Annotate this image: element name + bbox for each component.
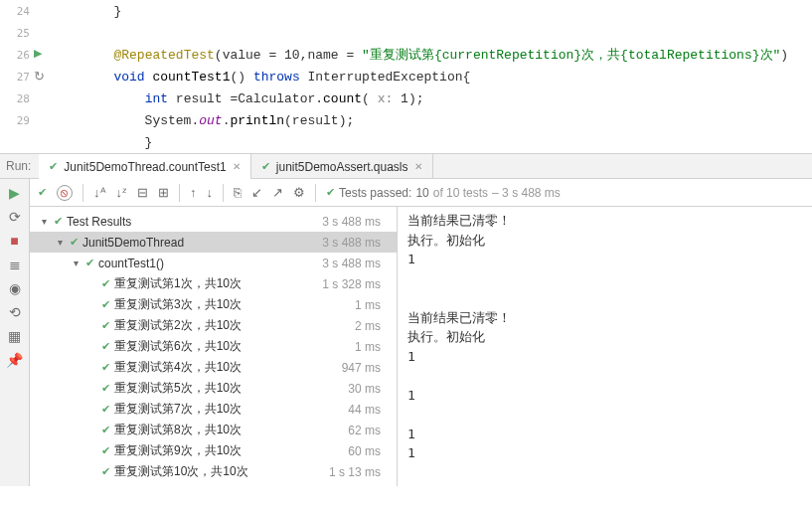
tab-label: Junit5DemoThread.countTest1: [64, 160, 226, 174]
tree-time: 44 ms: [348, 403, 389, 417]
code-line[interactable]: 26 @RepeatedTest(value = 10,name = "重复测试…: [0, 44, 812, 66]
stop-button[interactable]: ■: [10, 233, 18, 249]
run-panel-body: ▶ ⟳ ■ ≣ ◉ ⟲ ▦ 📌 ✔ ⊘ ↓ᴬ ↓ᶻ ⊟ ⊞ ↑ ↓ ⎘ ↙ ↗ …: [0, 179, 812, 486]
twisty-icon[interactable]: ▾: [58, 237, 70, 248]
tree-time: 60 ms: [348, 444, 389, 458]
settings-icon[interactable]: ⚙: [293, 185, 305, 200]
tree-label: 重复测试第2次，共10次: [114, 317, 355, 334]
tab-pass-icon: ✔: [261, 160, 270, 173]
gutter-recycle-icon[interactable]: ↻: [34, 69, 45, 84]
tree-label: 重复测试第5次，共10次: [114, 380, 348, 397]
separator: [315, 184, 316, 202]
tree-label: 重复测试第4次，共10次: [114, 359, 342, 376]
tree-time: 30 ms: [348, 382, 389, 396]
line-number: 27: [0, 71, 32, 84]
code-line[interactable]: 27 void countTest1() throws InterruptedE…: [0, 66, 812, 87]
tree-row[interactable]: ✔重复测试第9次，共10次60 ms: [30, 440, 397, 461]
tree-row[interactable]: ✔重复测试第2次，共10次2 ms: [30, 315, 397, 336]
tree-row[interactable]: ✔重复测试第4次，共10次947 ms: [30, 357, 397, 378]
pass-filter-icon[interactable]: ✔: [38, 186, 47, 199]
tree-row[interactable]: ✔重复测试第6次，共10次1 ms: [30, 336, 397, 357]
tree-row[interactable]: ✔重复测试第3次，共10次1 ms: [30, 294, 397, 315]
collapse-icon[interactable]: ⊟: [137, 185, 148, 200]
status-time: – 3 s 488 ms: [492, 186, 561, 200]
pass-icon: ✔: [101, 340, 110, 353]
open-icon[interactable]: ↗: [272, 185, 283, 200]
tree-row[interactable]: ✔重复测试第8次，共10次62 ms: [30, 420, 397, 440]
code-text: }: [52, 4, 121, 19]
tree-row[interactable]: ▾✔Test Results3 s 488 ms: [30, 211, 397, 232]
tree-row[interactable]: ▾✔countTest1()3 s 488 ms: [30, 253, 397, 273]
tree-label: 重复测试第6次，共10次: [114, 338, 355, 355]
code-text: void countTest1() throws InterruptedExce…: [52, 70, 470, 85]
gutter-run-icon[interactable]: ▶: [34, 47, 42, 60]
code-line[interactable]: 24 }: [0, 0, 812, 22]
tab-label: junit5DemoAssert.quasls: [276, 160, 408, 174]
line-number: 24: [0, 5, 32, 18]
test-tree[interactable]: ▾✔Test Results3 s 488 ms▾✔Junit5DemoThre…: [30, 207, 398, 486]
tree-label: countTest1(): [98, 257, 322, 270]
tree-row[interactable]: ✔重复测试第1次，共10次1 s 328 ms: [30, 273, 397, 294]
code-text: }: [52, 135, 152, 150]
run-button[interactable]: ▶: [9, 185, 20, 201]
code-editor[interactable]: ▶ ↻ 24 }2526 @RepeatedTest(value = 10,na…: [0, 0, 812, 153]
tree-row[interactable]: ✔重复测试第10次，共10次1 s 13 ms: [30, 461, 397, 482]
run-tab[interactable]: ✔junit5DemoAssert.quasls✕: [251, 154, 433, 179]
twisty-icon[interactable]: ▾: [42, 216, 54, 227]
tree-row[interactable]: ▾✔Junit5DemoThread3 s 488 ms: [30, 232, 397, 253]
code-line[interactable]: 25: [0, 22, 812, 44]
pass-icon: ✔: [101, 424, 110, 436]
twisty-icon[interactable]: ▾: [74, 258, 85, 268]
tree-time: 1 s 13 ms: [329, 465, 389, 479]
run-panel-header: Run: ✔Junit5DemoThread.countTest1✕✔junit…: [0, 154, 812, 179]
code-line[interactable]: 29 System.out.println(result);: [0, 109, 812, 131]
down-icon[interactable]: ↓: [207, 185, 214, 200]
code-text: int result =Calculator.count( x: 1);: [52, 91, 424, 106]
tree-row[interactable]: ✔重复测试第7次，共10次44 ms: [30, 399, 397, 420]
run-label: Run:: [6, 159, 31, 173]
run-tab[interactable]: ✔Junit5DemoThread.countTest1✕: [39, 154, 250, 179]
tree-time: 947 ms: [342, 361, 389, 375]
code-text: @RepeatedTest(value = 10,name = "重复测试第{c…: [52, 46, 788, 64]
pass-icon: ✔: [101, 277, 110, 290]
dump-button[interactable]: ≣: [9, 257, 21, 272]
sort-desc-icon[interactable]: ↓ᶻ: [116, 185, 128, 200]
pass-icon: ✔: [85, 257, 94, 269]
layout-button[interactable]: ▦: [8, 328, 21, 344]
history-button[interactable]: ⟲: [9, 304, 21, 320]
separator: [179, 184, 180, 202]
tree-time: 3 s 488 ms: [322, 215, 389, 229]
close-icon[interactable]: ✕: [414, 161, 422, 172]
tree-label: 重复测试第7次，共10次: [114, 401, 348, 418]
code-line[interactable]: }: [0, 131, 812, 153]
pin-button[interactable]: 📌: [6, 352, 23, 368]
fail-filter-icon[interactable]: ⊘: [57, 185, 73, 201]
console-output[interactable]: 当前结果已清零！ 执行。初始化 1 当前结果已清零！ 执行。初始化 1 1 1 …: [398, 207, 812, 486]
up-icon[interactable]: ↑: [190, 185, 197, 200]
tree-row[interactable]: ✔重复测试第5次，共10次30 ms: [30, 378, 397, 399]
tree-time: 3 s 488 ms: [322, 236, 389, 250]
close-icon[interactable]: ✕: [233, 161, 241, 172]
camera-button[interactable]: ◉: [9, 280, 21, 296]
import-icon[interactable]: ↙: [251, 185, 262, 200]
code-line[interactable]: 28 int result =Calculator.count( x: 1);: [0, 87, 812, 109]
debug-button[interactable]: ⟳: [9, 209, 21, 225]
tree-time: 1 ms: [355, 298, 389, 312]
separator: [82, 184, 83, 202]
sort-asc-icon[interactable]: ↓ᴬ: [93, 185, 106, 200]
pass-icon: ✔: [101, 403, 110, 416]
tree-label: 重复测试第1次，共10次: [114, 275, 322, 292]
tree-time: 1 ms: [355, 340, 389, 354]
tree-time: 3 s 488 ms: [322, 257, 389, 270]
expand-icon[interactable]: ⊞: [158, 185, 169, 200]
run-toolbar: ✔ ⊘ ↓ᴬ ↓ᶻ ⊟ ⊞ ↑ ↓ ⎘ ↙ ↗ ⚙ ✔ Tests passed…: [30, 179, 812, 207]
line-number: 26: [0, 49, 32, 62]
tree-time: 1 s 328 ms: [322, 277, 389, 291]
pass-icon: ✔: [101, 361, 110, 374]
line-number: 29: [0, 114, 32, 127]
tree-label: 重复测试第3次，共10次: [114, 296, 355, 313]
export-icon[interactable]: ⎘: [234, 185, 242, 200]
tab-pass-icon: ✔: [49, 160, 58, 173]
pass-icon: ✔: [101, 298, 110, 311]
run-sidebar: ▶ ⟳ ■ ≣ ◉ ⟲ ▦ 📌: [0, 179, 30, 486]
